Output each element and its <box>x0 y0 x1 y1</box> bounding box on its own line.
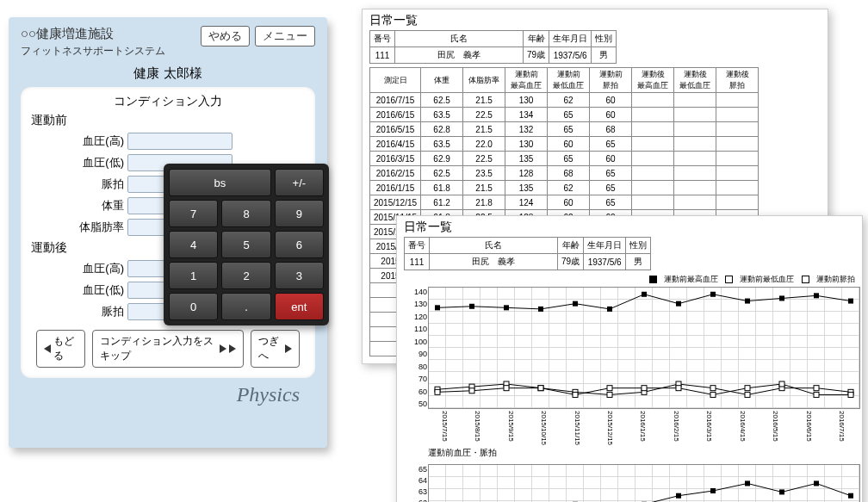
key-7[interactable]: 7 <box>169 200 218 227</box>
key-6[interactable]: 6 <box>275 231 324 258</box>
svg-rect-37 <box>814 392 819 397</box>
system-subtitle: フィットネスサポートシステム <box>21 44 201 59</box>
bp-low-label: 血圧(低) <box>55 155 124 170</box>
svg-rect-32 <box>642 386 647 391</box>
svg-rect-8 <box>710 292 716 297</box>
triangle-right-icon <box>285 344 292 353</box>
key-2[interactable]: 2 <box>221 262 270 289</box>
svg-rect-12 <box>848 299 853 304</box>
input-panel: ○○健康増進施設 フィットネスサポートシステム やめる メニュー 健康 太郎様 … <box>9 17 327 448</box>
svg-rect-38 <box>848 392 853 397</box>
weight-label: 体重 <box>55 198 124 214</box>
key-8[interactable]: 8 <box>221 200 270 227</box>
svg-rect-47 <box>710 488 716 493</box>
svg-rect-48 <box>745 480 750 486</box>
svg-rect-2 <box>504 305 509 310</box>
svg-rect-49 <box>779 489 784 494</box>
bp-high-label: 血圧(高) <box>55 133 124 149</box>
key-5[interactable]: 5 <box>221 231 270 258</box>
key-bs[interactable]: bs <box>169 169 271 196</box>
svg-rect-22 <box>745 392 750 397</box>
svg-rect-7 <box>676 301 681 307</box>
facility-name: ○○健康増進施設 <box>21 26 201 42</box>
triangle-left-icon <box>44 344 51 353</box>
svg-rect-3 <box>538 307 543 312</box>
chart-legend: 運動前最高血圧 運動前最低血圧 運動前脈拍 <box>404 274 855 285</box>
report-title-2: 日常一覧 <box>397 216 862 235</box>
svg-rect-1 <box>469 304 474 309</box>
svg-rect-35 <box>745 386 750 391</box>
svg-rect-24 <box>814 386 819 391</box>
numeric-keypad: bs +/- 7 8 9 4 5 6 1 2 3 0 . ent <box>164 164 329 325</box>
key-9[interactable]: 9 <box>275 200 324 227</box>
report-chart: 日常一覧 番号氏名年齢生年月日性別 111田尻 義孝79歳1937/5/6男 運… <box>396 215 863 502</box>
fat-label: 体脂肪率 <box>55 220 124 235</box>
skip-button[interactable]: コンディション入力をスキップ <box>92 330 244 368</box>
svg-rect-5 <box>607 307 612 312</box>
svg-rect-34 <box>710 392 716 397</box>
svg-rect-30 <box>573 392 578 397</box>
chart1-title: 運動前血圧・脈拍 <box>428 447 855 459</box>
header-table-2: 番号氏名年齢生年月日性別 111田尻 義孝79歳1937/5/6男 <box>404 237 651 270</box>
chart-weight: 6564636261605958 <box>428 464 860 502</box>
user-name: 健康 太郎様 <box>21 65 315 82</box>
key-4[interactable]: 4 <box>169 231 218 258</box>
back-button[interactable]: もどる <box>36 330 85 368</box>
key-dot[interactable]: . <box>221 293 270 320</box>
bp-low-label-2: 血圧(低) <box>55 282 124 298</box>
svg-rect-36 <box>779 381 784 387</box>
svg-rect-10 <box>779 295 784 301</box>
key-3[interactable]: 3 <box>275 262 324 289</box>
svg-rect-21 <box>710 386 716 391</box>
svg-rect-51 <box>848 493 853 499</box>
svg-rect-0 <box>435 305 440 310</box>
header-table: 番号氏名年齢生年月日性別 111田尻 義孝79歳1937/5/6男 <box>369 30 617 64</box>
svg-rect-28 <box>504 386 509 391</box>
svg-rect-46 <box>676 493 681 499</box>
key-0[interactable]: 0 <box>169 293 218 320</box>
pulse-label-2: 脈拍 <box>55 304 124 319</box>
svg-rect-26 <box>435 389 440 394</box>
key-plusminus[interactable]: +/- <box>275 169 324 196</box>
before-label: 運動前 <box>31 113 305 128</box>
svg-rect-50 <box>814 480 819 486</box>
menu-button[interactable]: メニュー <box>255 26 315 46</box>
svg-rect-9 <box>745 299 750 304</box>
bp-high-input[interactable] <box>127 133 232 150</box>
chart-bp-pulse: 1401301201101009080706050 <box>428 287 860 409</box>
svg-rect-6 <box>642 292 647 297</box>
bp-high-label-2: 血圧(高) <box>55 261 124 276</box>
svg-rect-18 <box>607 392 612 397</box>
card-title: コンディション入力 <box>31 94 305 109</box>
svg-rect-27 <box>469 388 474 394</box>
report-title: 日常一覧 <box>363 9 828 28</box>
stop-button[interactable]: やめる <box>201 26 250 46</box>
svg-rect-33 <box>676 386 681 391</box>
key-enter[interactable]: ent <box>275 293 324 320</box>
svg-rect-29 <box>538 386 543 391</box>
triangle-right-icon <box>229 344 236 353</box>
key-1[interactable]: 1 <box>169 262 218 289</box>
logo-text: Physics <box>21 378 315 406</box>
pulse-label: 脈拍 <box>55 177 124 192</box>
svg-rect-11 <box>814 293 819 298</box>
next-button[interactable]: つぎへ <box>251 330 300 368</box>
svg-rect-31 <box>607 386 612 391</box>
svg-rect-4 <box>573 301 578 307</box>
triangle-right-icon <box>220 344 226 353</box>
